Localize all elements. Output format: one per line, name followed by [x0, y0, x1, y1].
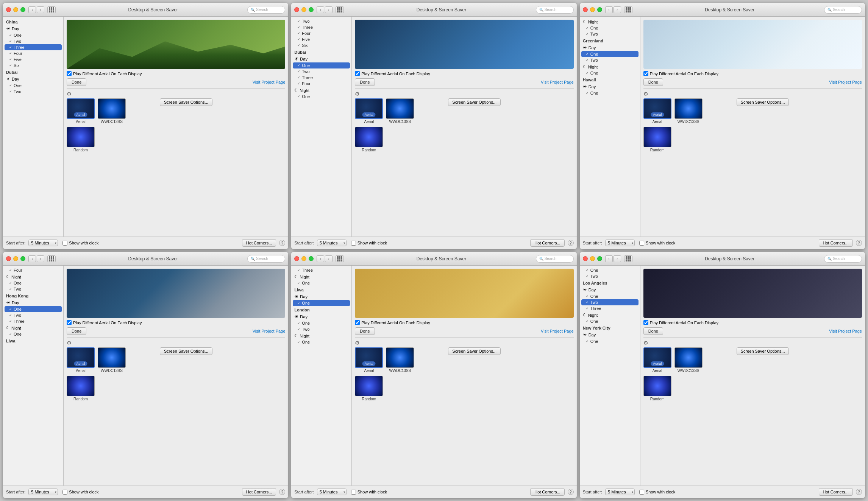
sidebar-parent-item[interactable]: ☾Night	[580, 63, 640, 70]
screen-saver-options-button[interactable]: Screen Saver Options...	[737, 347, 789, 355]
sidebar-item[interactable]: ✓Two	[580, 31, 640, 37]
sidebar-item[interactable]: ✓One	[580, 70, 640, 76]
help-button[interactable]: ?	[279, 240, 285, 246]
start-after-select[interactable]: 5 Minutes 10 Minutes 15 Minutes Never	[605, 240, 635, 246]
sidebar-item[interactable]: ✓One	[5, 306, 62, 312]
sidebar-parent-item[interactable]: ☾Night	[291, 87, 351, 93]
sidebar-item[interactable]: ✓Three	[3, 318, 63, 324]
forward-button[interactable]: ›	[37, 6, 44, 13]
screen-saver-options-button[interactable]: Screen Saver Options...	[160, 98, 212, 106]
search-box[interactable]: 🔍 Search	[824, 255, 862, 263]
play-different-checkbox[interactable]	[355, 71, 360, 76]
start-after-select[interactable]: 5 Minutes 10 Minutes 15 Minutes Never	[317, 489, 347, 495]
play-different-checkbox[interactable]	[355, 320, 360, 325]
back-button[interactable]: ‹	[28, 6, 36, 13]
thumbnail-item-wwdc[interactable]: WWDC13SS	[674, 347, 703, 373]
sidebar-item[interactable]: ✓One	[291, 280, 351, 286]
show-clock-checkbox[interactable]	[639, 241, 644, 246]
sidebar-item[interactable]: ✓Four	[3, 267, 63, 273]
sidebar-item[interactable]: ✓Two	[291, 18, 351, 24]
back-button[interactable]: ‹	[317, 6, 324, 13]
thumbnail-item-aerial[interactable]: AerialAerial	[355, 98, 383, 124]
thumbnail-item-wwdc[interactable]: WWDC13SS	[386, 347, 414, 373]
search-box[interactable]: 🔍 Search	[536, 6, 574, 14]
maximize-button[interactable]	[20, 256, 25, 261]
start-after-select[interactable]: 5 Minutes 10 Minutes 15 Minutes Never	[28, 489, 58, 495]
sidebar-item[interactable]: ✓Two	[3, 89, 63, 95]
sidebar-item[interactable]: ✓One	[3, 280, 63, 286]
hot-corners-button[interactable]: Hot Corners...	[242, 488, 276, 496]
minimize-button[interactable]	[13, 7, 18, 12]
sidebar-parent-item[interactable]: ☀Day	[3, 75, 63, 82]
show-clock-checkbox[interactable]	[351, 490, 356, 495]
gear-icon[interactable]: ⚙	[643, 340, 649, 346]
done-button[interactable]: Done	[67, 78, 86, 86]
visit-project-link[interactable]: Visit Project Page	[253, 329, 286, 333]
minimize-button[interactable]	[301, 7, 306, 12]
help-button[interactable]: ?	[856, 489, 862, 495]
show-clock-checkbox[interactable]	[639, 490, 644, 495]
screen-saver-options-button[interactable]: Screen Saver Options...	[448, 347, 501, 355]
grid-button[interactable]	[624, 6, 632, 13]
help-button[interactable]: ?	[568, 489, 574, 495]
forward-button[interactable]: ›	[614, 255, 621, 262]
done-button[interactable]: Done	[355, 78, 375, 86]
maximize-button[interactable]	[597, 7, 602, 12]
thumbnail-item-wwdc[interactable]: WWDC13SS	[98, 347, 126, 373]
sidebar-item[interactable]: ✓One	[293, 300, 350, 306]
minimize-button[interactable]	[590, 256, 595, 261]
sidebar-parent-item[interactable]: ☾Night	[580, 18, 640, 25]
close-button[interactable]	[6, 256, 11, 261]
sidebar-item[interactable]: ✓Two	[291, 326, 351, 332]
sidebar-item[interactable]: ✓Six	[291, 42, 351, 48]
sidebar-parent-item[interactable]: ☾Night	[291, 273, 351, 280]
minimize-button[interactable]	[301, 256, 306, 261]
sidebar-item[interactable]: ✓Four	[291, 30, 351, 36]
hot-corners-button[interactable]: Hot Corners...	[530, 488, 564, 496]
gear-icon[interactable]: ⚙	[355, 340, 361, 346]
sidebar-item[interactable]: ✓Two	[580, 57, 640, 63]
play-different-checkbox[interactable]	[643, 320, 648, 325]
maximize-button[interactable]	[309, 256, 314, 261]
search-box[interactable]: 🔍 Search	[247, 6, 285, 14]
help-button[interactable]: ?	[279, 489, 285, 495]
sidebar-parent-item[interactable]: ☾Night	[291, 332, 351, 339]
close-button[interactable]	[294, 7, 299, 12]
sidebar-parent-item[interactable]: ☾Night	[580, 311, 640, 318]
thumbnail-item-random[interactable]: Random	[67, 127, 95, 152]
thumbnail-item-random[interactable]: Random	[67, 376, 95, 401]
gear-icon[interactable]: ⚙	[355, 91, 361, 97]
done-button[interactable]: Done	[355, 327, 375, 335]
sidebar-item[interactable]: ✓Three	[580, 305, 640, 311]
visit-project-link[interactable]: Visit Project Page	[541, 80, 574, 84]
thumbnail-item-random[interactable]: Random	[355, 376, 383, 401]
screen-saver-options-button[interactable]: Screen Saver Options...	[737, 98, 789, 106]
play-different-checkbox[interactable]	[643, 71, 648, 76]
thumbnail-item-wwdc[interactable]: WWDC13SS	[98, 98, 126, 124]
grid-button[interactable]	[47, 255, 56, 262]
show-clock-checkbox[interactable]	[351, 241, 356, 246]
thumbnail-item-aerial[interactable]: AerialAerial	[355, 347, 383, 373]
maximize-button[interactable]	[20, 7, 25, 12]
forward-button[interactable]: ›	[325, 6, 333, 13]
sidebar-item[interactable]: ✓One	[580, 25, 640, 31]
forward-button[interactable]: ›	[614, 6, 621, 13]
sidebar-parent-item[interactable]: ☀Day	[580, 286, 640, 293]
sidebar-item[interactable]: ✓Three	[291, 24, 351, 30]
maximize-button[interactable]	[597, 256, 602, 261]
sidebar-item[interactable]: ✓One	[291, 320, 351, 326]
sidebar-item[interactable]: ✓Two	[3, 286, 63, 292]
sidebar-parent-item[interactable]: ☀Day	[580, 83, 640, 90]
done-button[interactable]: Done	[643, 327, 663, 335]
sidebar-item[interactable]: ✓Two	[580, 273, 640, 279]
sidebar-item[interactable]: ✓Three	[5, 44, 62, 50]
grid-button[interactable]	[47, 6, 56, 13]
sidebar-parent-item[interactable]: ☾Night	[3, 324, 63, 331]
thumbnail-item-aerial[interactable]: AerialAerial	[67, 347, 95, 373]
sidebar-item[interactable]: ✓One	[580, 90, 640, 96]
show-clock-checkbox[interactable]	[62, 241, 67, 246]
sidebar-parent-item[interactable]: ☀Day	[3, 25, 63, 32]
thumbnail-item-aerial[interactable]: AerialAerial	[67, 98, 95, 124]
sidebar-parent-item[interactable]: ☀Day	[291, 293, 351, 300]
forward-button[interactable]: ›	[325, 255, 333, 262]
